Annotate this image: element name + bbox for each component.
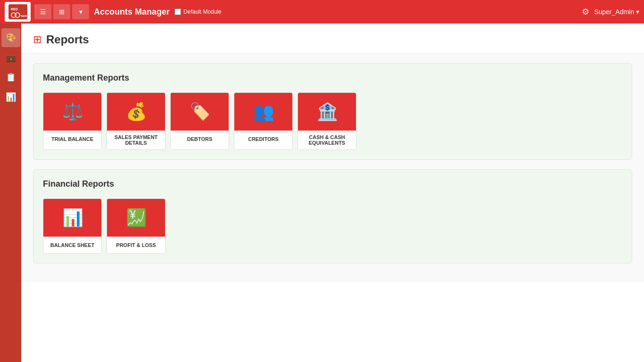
balance-sheet-icon: 📊 bbox=[62, 208, 83, 228]
settings-icon[interactable]: ⚙ bbox=[582, 7, 589, 17]
app-logo: RED SERIES bbox=[5, 2, 31, 22]
user-chevron-icon: ▾ bbox=[636, 8, 639, 16]
trial-balance-img: ⚖️ bbox=[43, 93, 102, 131]
sidebar-item-chart[interactable]: 📊 bbox=[1, 88, 20, 107]
sales-payment-img: 💰 bbox=[107, 93, 165, 131]
profit-loss-icon: 💹 bbox=[126, 208, 147, 228]
financial-reports-section: Financial Reports 📊 BALANCE SHEET 💹 PROF… bbox=[33, 169, 632, 263]
balance-sheet-img: 📊 bbox=[43, 199, 102, 237]
debtors-card[interactable]: 🏷️ DEBTORS bbox=[170, 92, 229, 150]
hamburger-menu-button[interactable]: ☰ bbox=[34, 4, 51, 19]
debtors-label: DEBTORS bbox=[171, 131, 229, 147]
default-module-area: Default Module bbox=[174, 8, 222, 15]
profit-loss-img: 💹 bbox=[107, 199, 165, 237]
trial-balance-label: TRIAL BALANCE bbox=[43, 131, 101, 147]
management-cards-grid: ⚖️ TRIAL BALANCE 💰 SALES PAYMENT DETAILS… bbox=[43, 92, 622, 150]
default-module-checkbox[interactable] bbox=[174, 8, 181, 15]
default-module-label: Default Module bbox=[183, 8, 222, 15]
app-title: Accounts Manager bbox=[94, 7, 170, 17]
navbar-icon-group: ☰ ⊞ ▾ bbox=[34, 4, 89, 19]
page-header: ⊞ Reports bbox=[21, 24, 644, 54]
book-icon: 📋 bbox=[6, 72, 16, 82]
grid-button[interactable]: ⊞ bbox=[53, 4, 70, 19]
cash-equivalents-label: CASH & CASH EQUIVALENTS bbox=[298, 131, 356, 149]
svg-text:SERIES: SERIES bbox=[21, 15, 27, 17]
content-area: Management Reports ⚖️ TRIAL BALANCE 💰 SA… bbox=[21, 54, 644, 282]
financial-reports-title: Financial Reports bbox=[43, 179, 622, 189]
cash-equivalents-img: 🏦 bbox=[298, 93, 356, 131]
management-reports-title: Management Reports bbox=[43, 73, 622, 83]
nav-title-area: Accounts Manager Default Module bbox=[94, 7, 582, 17]
creditors-label: CREDITORS bbox=[234, 131, 292, 147]
sidebar-item-palette[interactable]: 🎨 bbox=[1, 28, 20, 47]
chevron-down-button[interactable]: ▾ bbox=[72, 4, 89, 19]
left-sidebar: 🎨 💼 📋 📊 bbox=[0, 24, 21, 362]
navbar-right: ⚙ Super_Admin ▾ bbox=[582, 7, 639, 17]
chart-icon: 📊 bbox=[6, 92, 16, 102]
profit-loss-card[interactable]: 💹 PROFIT & LOSS bbox=[107, 198, 165, 254]
username-label: Super_Admin bbox=[594, 8, 634, 16]
safe-icon: 🏦 bbox=[317, 102, 338, 122]
trial-balance-card[interactable]: ⚖️ TRIAL BALANCE bbox=[43, 92, 102, 150]
palette-icon: 🎨 bbox=[6, 33, 16, 43]
sidebar-item-book[interactable]: 📋 bbox=[1, 68, 20, 87]
people-icon: 👥 bbox=[253, 102, 274, 122]
balance-sheet-card[interactable]: 📊 BALANCE SHEET bbox=[43, 198, 102, 254]
scale-icon: ⚖️ bbox=[62, 102, 83, 122]
logo-text: RED SERIES bbox=[8, 4, 27, 19]
svg-text:RED: RED bbox=[11, 8, 18, 11]
coins-icon: 💰 bbox=[126, 102, 147, 122]
top-navbar: RED SERIES ☰ ⊞ ▾ Accounts Manager Defaul… bbox=[0, 0, 644, 24]
sales-payment-label: SALES PAYMENT DETAILS bbox=[107, 131, 165, 149]
profit-loss-label: PROFIT & LOSS bbox=[107, 237, 165, 253]
management-reports-section: Management Reports ⚖️ TRIAL BALANCE 💰 SA… bbox=[33, 63, 632, 160]
financial-cards-grid: 📊 BALANCE SHEET 💹 PROFIT & LOSS bbox=[43, 198, 622, 254]
reports-grid-icon: ⊞ bbox=[33, 33, 41, 46]
main-content: ⊞ Reports Management Reports ⚖️ TRIAL BA… bbox=[21, 24, 644, 362]
creditors-img: 👥 bbox=[234, 93, 293, 131]
sales-payment-card[interactable]: 💰 SALES PAYMENT DETAILS bbox=[107, 92, 165, 150]
balance-sheet-label: BALANCE SHEET bbox=[43, 237, 101, 253]
page-title: Reports bbox=[46, 33, 89, 46]
debtors-img: 🏷️ bbox=[171, 93, 229, 131]
creditors-card[interactable]: 👥 CREDITORS bbox=[234, 92, 293, 150]
sidebar-item-briefcase[interactable]: 💼 bbox=[1, 48, 20, 67]
debt-icon: 🏷️ bbox=[190, 102, 211, 122]
briefcase-icon: 💼 bbox=[6, 52, 16, 63]
user-dropdown[interactable]: Super_Admin ▾ bbox=[594, 8, 639, 16]
cash-equivalents-card[interactable]: 🏦 CASH & CASH EQUIVALENTS bbox=[297, 92, 356, 150]
